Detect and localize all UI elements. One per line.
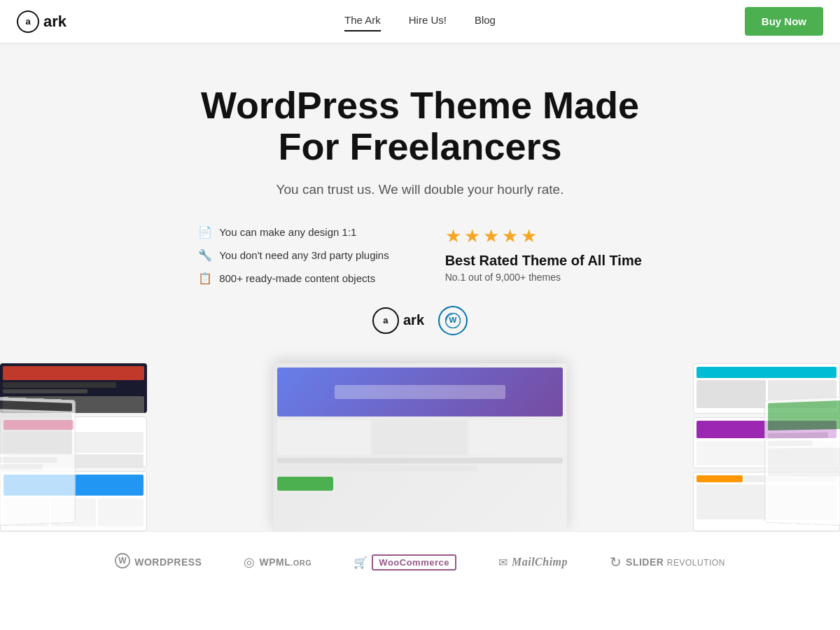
- svg-text:W: W: [118, 556, 127, 566]
- feature-icon-3: 📋: [198, 272, 212, 285]
- navbar: a ark The Ark Hire Us! Blog Buy Now: [0, 0, 840, 43]
- star-2: ★: [464, 225, 480, 247]
- logo-letter: a: [25, 16, 30, 27]
- features-right: ★ ★ ★ ★ ★ Best Rated Theme of All Time N…: [445, 225, 642, 285]
- wpml-icon: ◎: [244, 554, 255, 570]
- features-left: 📄 You can make any design 1:1 🔧 You don'…: [198, 225, 389, 285]
- feature-text-3: 800+ ready-made content objects: [219, 272, 375, 284]
- partner-wordpress-name: WORDPRESS: [134, 556, 202, 568]
- ark-logo-badge: a ark: [372, 307, 424, 334]
- feature-item-3: 📋 800+ ready-made content objects: [198, 272, 389, 285]
- feature-icon-1: 📄: [198, 225, 212, 239]
- star-1: ★: [445, 225, 461, 247]
- hero-title: WordPress Theme Made For Freelancers: [175, 85, 665, 168]
- partner-wordpress: W WORDPRESS: [115, 553, 202, 572]
- woo-icon: 🛒: [354, 556, 368, 569]
- nav-links: The Ark Hire Us! Blog: [344, 14, 496, 29]
- mockup-center: [273, 363, 567, 531]
- section2: What can you create with The Ark? Finall…: [0, 593, 840, 630]
- rated-title: Best Rated Theme of All Time: [445, 253, 642, 269]
- buy-now-button[interactable]: Buy Now: [745, 7, 823, 36]
- ark-badge-circle: a: [372, 307, 399, 334]
- star-4: ★: [502, 225, 518, 247]
- partner-woocommerce: 🛒 WooCommerce: [354, 554, 456, 570]
- wordpress-icon: W: [438, 306, 468, 335]
- mockup-far-right: [764, 396, 840, 526]
- partner-mailchimp-name: MailChimp: [512, 556, 568, 568]
- ark-badge-text: ark: [403, 312, 424, 328]
- mockup-far-left: [0, 396, 76, 526]
- logo-text: ark: [43, 13, 66, 31]
- partner-wpml-name: WPML.ORG: [259, 556, 312, 568]
- partner-wpml: ◎ WPML.ORG: [244, 554, 312, 570]
- star-3: ★: [483, 225, 499, 247]
- rated-subtitle: No.1 out of 9,000+ themes: [445, 272, 642, 283]
- features-row: 📄 You can make any design 1:1 🔧 You don'…: [14, 225, 826, 285]
- hero-subtitle: You can trust us. We will double your ho…: [14, 182, 826, 197]
- nav-link-the-ark[interactable]: The Ark: [344, 14, 381, 29]
- partners-bar: W WORDPRESS ◎ WPML.ORG 🛒 WooCommerce ✉ M…: [0, 531, 840, 593]
- ark-logos: a ark W: [14, 306, 826, 335]
- nav-link-blog[interactable]: Blog: [475, 14, 496, 29]
- slider-icon: ↻: [610, 554, 622, 570]
- mailchimp-icon: ✉: [498, 556, 507, 569]
- wordpress-partner-icon: W: [115, 553, 130, 572]
- nav-link-hire-us[interactable]: Hire Us!: [409, 14, 447, 29]
- hero-section: WordPress Theme Made For Freelancers You…: [0, 43, 840, 531]
- feature-icon-2: 🔧: [198, 248, 212, 262]
- feature-text-2: You don't need any 3rd party plugins: [219, 249, 389, 261]
- partner-slider-name: SLIDER REVOLUTION: [626, 556, 725, 568]
- feature-item-1: 📄 You can make any design 1:1: [198, 225, 389, 239]
- svg-text:W: W: [449, 316, 457, 324]
- logo[interactable]: a ark: [17, 10, 66, 33]
- star-rating: ★ ★ ★ ★ ★: [445, 225, 642, 247]
- feature-text-1: You can make any design 1:1: [219, 226, 356, 238]
- star-5: ★: [521, 225, 537, 247]
- feature-item-2: 🔧 You don't need any 3rd party plugins: [198, 248, 389, 262]
- partner-woo-name: WooCommerce: [372, 554, 456, 570]
- logo-circle: a: [17, 10, 39, 33]
- mockup-container: [0, 349, 840, 531]
- hero-inner: WordPress Theme Made For Freelancers You…: [14, 85, 826, 531]
- partner-mailchimp: ✉ MailChimp: [498, 556, 568, 569]
- partner-slider-revolution: ↻ SLIDER REVOLUTION: [610, 554, 725, 570]
